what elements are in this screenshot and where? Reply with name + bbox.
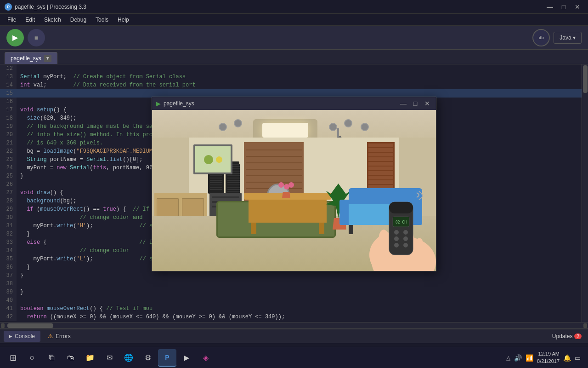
menu-bar: File Edit Sketch Debug Tools Help	[0, 14, 588, 26]
search-icon: ○	[30, 353, 35, 362]
sketch-controls: — □ ✕	[398, 99, 432, 108]
vertical-scrollbar[interactable]	[582, 64, 588, 322]
pic-circle-2	[216, 156, 222, 163]
table-row: 13 Serial myPort; // Create object from …	[0, 73, 582, 81]
settings-icon: ⚙	[145, 353, 151, 362]
processing-app-button[interactable]: P	[158, 349, 176, 367]
bloom-3	[288, 182, 294, 188]
tab-label: pagefile_sys	[11, 55, 41, 62]
errors-tab[interactable]: ⚠ Errors	[42, 331, 76, 342]
folder-button[interactable]: 📁	[81, 349, 99, 367]
updates-label: Updates	[552, 333, 573, 339]
play-button[interactable]: ▶	[177, 349, 196, 367]
start-button[interactable]: ⊞	[4, 349, 22, 367]
table-row: 14 int val; // Data received from the se…	[0, 81, 582, 89]
bloom-1	[278, 182, 284, 188]
run-button[interactable]: ▶	[6, 29, 24, 46]
room-scene: 02 OH	[152, 110, 436, 271]
horizontal-scrollbar[interactable]	[0, 322, 588, 328]
minimize-button[interactable]: —	[544, 3, 556, 11]
menu-edit[interactable]: Edit	[21, 16, 40, 24]
sofa-arm-left	[339, 200, 349, 225]
menu-debug[interactable]: Debug	[66, 16, 91, 24]
toolbar: ▶ ■ db Java ▾	[0, 26, 588, 50]
title-bar-left: P pagefile_sys | Processing 3.3	[5, 3, 86, 11]
menu-file[interactable]: File	[3, 16, 21, 24]
menu-sketch[interactable]: Sketch	[40, 16, 66, 24]
updates-badge: Updates 2	[552, 333, 582, 339]
browser-button[interactable]: 🌐	[119, 349, 138, 367]
tray-overflow[interactable]: △	[506, 355, 510, 361]
console-icon: ▸	[9, 333, 12, 339]
taskview-icon: ⧉	[49, 353, 55, 362]
java-mode-button[interactable]: Java ▾	[554, 32, 582, 44]
errors-label: Errors	[56, 333, 71, 339]
maximize-button[interactable]: □	[558, 3, 570, 11]
store-icon: 🛍	[67, 354, 74, 362]
table-row: 40	[0, 296, 582, 305]
mode-label: db	[539, 35, 544, 40]
taskview-button[interactable]: ⧉	[42, 349, 61, 367]
desktop-icon[interactable]: ▭	[575, 354, 581, 362]
table-leg-left	[251, 223, 256, 234]
sketch-close[interactable]: ✕	[422, 99, 432, 108]
menu-tools[interactable]: Tools	[91, 16, 113, 24]
clock-date: 8/21/2017	[537, 358, 560, 365]
store-button[interactable]: 🛍	[62, 349, 80, 367]
sketch-maximize[interactable]: □	[410, 99, 420, 108]
start-icon: ⊞	[10, 353, 17, 363]
mail-icon: ✉	[107, 353, 113, 362]
sketch-run-icon: ▶	[156, 100, 161, 107]
bottom-tabs: ▸ Console ⚠ Errors Updates 2	[0, 329, 588, 343]
sketch-title: ▶ pagefile_sys	[156, 100, 395, 107]
menu-help[interactable]: Help	[113, 16, 134, 24]
processing2-button[interactable]: ◈	[197, 349, 215, 367]
tab-bar: pagefile_sys ▼	[0, 50, 588, 64]
file-tab[interactable]: pagefile_sys ▼	[5, 52, 57, 64]
svg-point-13	[403, 236, 408, 241]
warning-icon: ⚠	[48, 333, 53, 339]
console-tab[interactable]: ▸ Console	[4, 331, 40, 342]
sofa-leg-left	[349, 225, 353, 234]
ceiling-light-inner	[262, 123, 308, 138]
close-button[interactable]: ✕	[571, 3, 583, 11]
table-row: 39 }	[0, 288, 582, 296]
ceiling-spot-2	[234, 119, 242, 127]
table-leg-right	[319, 223, 324, 234]
taskbar: ⊞ ○ ⧉ 🛍 📁 ✉ 🌐 ⚙ P ▶ ◈ △ 🔊 📶 12:19 AM 8/2…	[0, 347, 588, 368]
processing2-icon: ◈	[203, 353, 209, 362]
volume-icon[interactable]: 🔊	[514, 354, 522, 362]
flower-pot	[282, 192, 290, 198]
scroll-thumb-h[interactable]	[7, 323, 53, 328]
mail-button[interactable]: ✉	[100, 349, 119, 367]
table-row: 38	[0, 280, 582, 288]
settings-button[interactable]: ⚙	[139, 349, 157, 367]
app-icon: P	[5, 3, 12, 11]
svg-point-14	[394, 243, 399, 247]
svg-rect-7	[389, 202, 413, 213]
scroll-thumb[interactable]	[583, 65, 588, 93]
ceiling-spot-4	[344, 119, 352, 127]
console-label: Console	[15, 333, 35, 339]
svg-point-12	[394, 236, 399, 241]
taskbar-clock: 12:19 AM 8/21/2017	[537, 351, 560, 365]
system-tray: △ 🔊 📶 12:19 AM 8/21/2017 🔔 ▭	[503, 351, 584, 365]
sketch-title-label: pagefile_sys	[164, 100, 194, 107]
flowers	[278, 182, 294, 198]
network-icon[interactable]: 📶	[526, 354, 533, 362]
stop-button[interactable]: ■	[28, 29, 45, 46]
mode-indicator: db	[532, 29, 550, 46]
window-controls: — □ ✕	[544, 3, 583, 11]
tab-arrow[interactable]: ▼	[44, 55, 51, 62]
table-body	[249, 200, 327, 223]
processing-icon: P	[165, 354, 169, 361]
sketch-minimize[interactable]: —	[398, 99, 408, 108]
table-row: 37 }	[0, 271, 582, 280]
notification-icon[interactable]: 🔔	[563, 354, 571, 362]
coffee-table	[244, 193, 331, 234]
search-button[interactable]: ○	[23, 349, 41, 367]
folder-icon: 📁	[85, 353, 95, 362]
svg-text:02 OH: 02 OH	[396, 220, 407, 224]
title-bar: P pagefile_sys | Processing 3.3 — □ ✕	[0, 0, 588, 14]
picture-content	[195, 146, 231, 172]
